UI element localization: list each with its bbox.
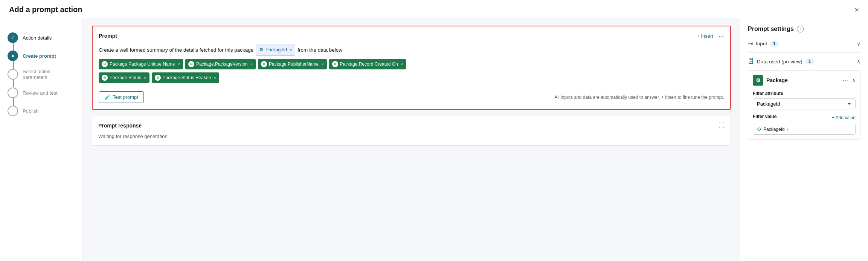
prompt-box: Prompt + Insert ··· Create a well formed… bbox=[92, 26, 731, 110]
prompt-line-1: Create a well formed summary of the deta… bbox=[99, 44, 724, 56]
sidebar-step-review-and-test[interactable]: Review and test bbox=[8, 84, 75, 102]
test-prompt-button[interactable]: 🧪 Test prompt bbox=[99, 91, 144, 103]
data-used-label: 🗄 Data used (preview) 1 bbox=[748, 58, 814, 65]
step-label-publish: Publish bbox=[23, 108, 39, 114]
insert-button[interactable]: + Insert bbox=[697, 33, 713, 39]
tag-icon-3: ⚙ bbox=[332, 61, 338, 67]
tag-icon-5: ⚙ bbox=[155, 75, 161, 81]
filter-value-label: Filter value bbox=[753, 114, 776, 119]
tag-icon-4: ⚙ bbox=[102, 75, 108, 81]
sidebar-step-action-details[interactable]: ✓ Action details bbox=[8, 29, 75, 47]
filter-tag-icon: ⚙ bbox=[757, 126, 761, 132]
tag-record-created-on: ⚙ Package.Record Created On × bbox=[329, 59, 406, 69]
tag-close-5[interactable]: × bbox=[214, 74, 216, 82]
filter-tag-close[interactable]: × bbox=[787, 127, 789, 132]
response-box-header: Prompt response ⛶ bbox=[98, 122, 725, 129]
tag-icon-0: ⚙ bbox=[102, 61, 108, 67]
package-card-title: ⚙ Package bbox=[753, 75, 788, 86]
sidebar: ✓ Action details ● Create prompt Select … bbox=[0, 18, 83, 261]
data-used-header: 🗄 Data used (preview) 1 ∧ bbox=[748, 58, 860, 65]
prompt-tags-line-2: ⚙ Package.Status × ⚙ Package.Status Reas… bbox=[99, 72, 724, 83]
input-section-text: Input bbox=[756, 41, 767, 46]
right-panel-title: Prompt settings bbox=[748, 26, 794, 32]
prompt-more-button[interactable]: ··· bbox=[719, 32, 724, 39]
data-used-chevron[interactable]: ∧ bbox=[857, 58, 860, 64]
step-circle-publish bbox=[8, 106, 18, 116]
prompt-text-after: from the data below bbox=[297, 45, 342, 55]
tag-label-3: Package.Record Created On bbox=[340, 60, 398, 69]
panel-input-row: ⇥ Input 1 ∨ bbox=[748, 40, 860, 47]
tag-icon-2: ⚙ bbox=[261, 61, 267, 67]
tag-package-version: ⚙ Package.PackageVersion × bbox=[185, 59, 256, 69]
content-area: Prompt + Insert ··· Create a well formed… bbox=[83, 18, 740, 261]
prompt-hint: All inputs and data are automatically us… bbox=[554, 95, 724, 100]
filter-value-section: Filter value + Add value ⚙ PackageId × bbox=[753, 114, 856, 135]
filter-value-header: Filter value + Add value bbox=[753, 114, 856, 121]
step-circle-review-and-test bbox=[8, 88, 18, 98]
step-circle-select-action-parameters bbox=[8, 69, 18, 80]
right-panel-header: Prompt settings i bbox=[748, 26, 860, 32]
filter-value-tag: ⚙ PackageId × bbox=[757, 126, 789, 132]
package-card-header: ⚙ Package ··· ∧ bbox=[753, 75, 856, 86]
step-label-select-action-parameters: Select action parameters bbox=[23, 69, 75, 80]
test-prompt-label: Test prompt bbox=[113, 94, 138, 100]
panel-input-section: ⇥ Input 1 ∨ bbox=[748, 40, 860, 53]
tag-close-3[interactable]: × bbox=[401, 60, 403, 68]
main-layout: ✓ Action details ● Create prompt Select … bbox=[0, 18, 868, 261]
sidebar-step-create-prompt[interactable]: ● Create prompt bbox=[8, 47, 75, 65]
data-used-text: Data used (preview) bbox=[757, 59, 802, 64]
input-count-badge: 1 bbox=[770, 41, 779, 47]
expand-icon[interactable]: ⛶ bbox=[719, 122, 725, 129]
input-tag: ⚙ PackageId × bbox=[256, 44, 295, 56]
sidebar-step-select-action-parameters[interactable]: Select action parameters bbox=[8, 65, 75, 84]
close-button[interactable]: × bbox=[854, 6, 859, 14]
input-tag-label: PackageId bbox=[265, 45, 287, 54]
info-icon[interactable]: i bbox=[797, 26, 804, 32]
package-card: ⚙ Package ··· ∧ Filter attribute Package… bbox=[748, 70, 860, 140]
prompt-box-title: Prompt bbox=[99, 33, 117, 39]
sidebar-step-publish[interactable]: Publish bbox=[8, 102, 75, 120]
dialog-title: Add a prompt action bbox=[9, 5, 82, 14]
tag-label-4: Package.Status bbox=[110, 73, 141, 82]
response-box-title: Prompt response bbox=[98, 123, 142, 129]
step-circle-action-details: ✓ bbox=[8, 32, 18, 43]
data-used-section: 🗄 Data used (preview) 1 ∧ ⚙ Package ··· … bbox=[748, 58, 860, 143]
prompt-tags-line-1: ⚙ Package.Package Unique Name × ⚙ Packag… bbox=[99, 59, 724, 69]
tag-package-status: ⚙ Package.Status × bbox=[99, 72, 149, 83]
package-more-button[interactable]: ··· bbox=[842, 77, 848, 84]
step-label-action-details: Action details bbox=[23, 35, 52, 41]
test-prompt-icon: 🧪 bbox=[104, 94, 110, 100]
filter-attribute-section: Filter attribute PackageId bbox=[753, 91, 856, 114]
response-text: Waiting for response generation. bbox=[98, 134, 725, 139]
prompt-box-actions: + Insert ··· bbox=[697, 32, 724, 39]
tag-close-1[interactable]: × bbox=[250, 60, 253, 68]
add-value-button[interactable]: + Add value bbox=[832, 115, 856, 120]
tag-label-2: Package.PublisherName bbox=[269, 60, 319, 69]
panel-input-label: ⇥ Input 1 bbox=[748, 40, 779, 47]
step-label-review-and-test: Review and test bbox=[23, 90, 58, 96]
package-collapse-chevron[interactable]: ∧ bbox=[852, 77, 856, 83]
tag-close-2[interactable]: × bbox=[321, 60, 323, 68]
data-cylinder-icon: 🗄 bbox=[748, 58, 754, 65]
prompt-text-before: Create a well formed summary of the deta… bbox=[99, 45, 253, 55]
response-box: Prompt response ⛶ Waiting for response g… bbox=[92, 116, 731, 146]
package-icon: ⚙ bbox=[753, 75, 763, 86]
tag-label-5: Package.Status Reason bbox=[163, 73, 211, 82]
prompt-content: Create a well formed summary of the deta… bbox=[99, 44, 724, 83]
right-panel: Prompt settings i ⇥ Input 1 ∨ 🗄 Data use… bbox=[740, 18, 868, 261]
filter-attribute-select[interactable]: PackageId bbox=[753, 98, 856, 109]
dialog-header: Add a prompt action × bbox=[0, 0, 868, 18]
filter-attribute-label: Filter attribute bbox=[753, 91, 856, 96]
step-label-create-prompt: Create prompt bbox=[23, 53, 56, 59]
tag-label-1: Package.PackageVersion bbox=[196, 60, 248, 69]
input-section-icon: ⇥ bbox=[748, 40, 753, 47]
tag-package-status-reason: ⚙ Package.Status Reason × bbox=[152, 72, 219, 83]
step-circle-create-prompt: ● bbox=[8, 51, 18, 61]
data-used-count-badge: 1 bbox=[805, 58, 814, 64]
input-tag-close[interactable]: × bbox=[290, 46, 292, 54]
tag-close-0[interactable]: × bbox=[177, 60, 180, 68]
input-section-chevron[interactable]: ∨ bbox=[857, 41, 860, 47]
package-card-actions: ··· ∧ bbox=[842, 77, 856, 84]
prompt-box-header: Prompt + Insert ··· bbox=[99, 32, 724, 39]
tag-close-4[interactable]: × bbox=[144, 74, 146, 82]
